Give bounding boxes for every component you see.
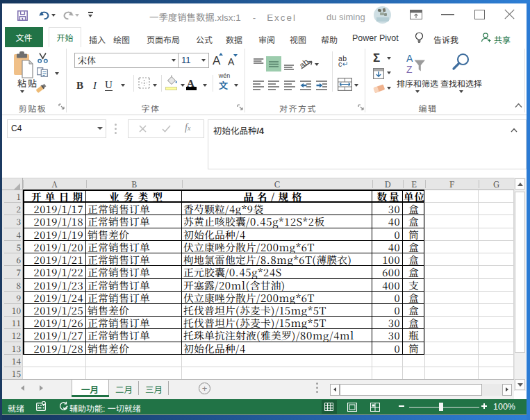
svg-text:Z: Z	[406, 64, 413, 74]
svg-text:A: A	[406, 53, 413, 64]
